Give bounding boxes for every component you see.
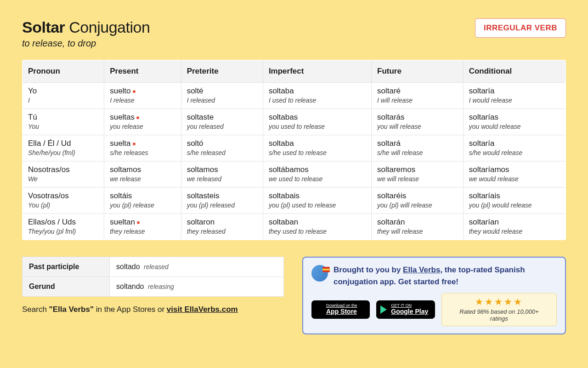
present-cell: sueltanthey release [104,214,181,240]
conjugation-main: sueltan [110,218,175,227]
conjugation-main: soltaríais [469,191,560,201]
store-big-text: App Store [326,308,364,315]
conjugation-sub: I will release [377,97,458,104]
pronoun-cell: TúYou [23,109,104,135]
conjugation-sub: they will release [377,228,458,235]
conjugation-sub: you (pl) will release [377,201,458,209]
conjugation-main: soltaba [269,139,366,148]
irregular-dot-icon [133,143,136,145]
conjugation-main: soltaría [469,139,560,148]
conjugation-main: soltaron [187,218,257,227]
preterite-cell: soltasteisyou (pl) released [181,188,263,214]
irregular-dot-icon [133,90,136,93]
conjugation-sub: You [28,123,98,130]
rating-text: Rated 98% based on 10,000+ ratings [450,308,548,322]
conjugation-sub: we released [187,175,257,183]
conjugation-main: soltaban [269,218,366,227]
conditional-cell: soltaríaisyou (pl) would release [463,188,565,214]
conjugation-sub: they used to release [269,228,366,235]
future-cell: soltaréI will release [372,83,464,109]
imperfect-cell: soltabaisyou (pl) used to release [263,188,371,214]
conditional-cell: soltaríamoswe would release [463,161,565,188]
pronoun-cell: Vosotras/osYou (pl) [23,188,104,214]
conjugation-main: sueltas [110,113,175,122]
verb-name: Soltar [22,18,65,36]
conjugation-main: Vosotras/os [28,191,98,201]
conjugation-sub: you release [110,123,175,130]
participle-main: soltado [116,263,140,270]
google-play-button[interactable]: GET IT ON Google Play [376,300,435,319]
conjugation-main: soltábamos [269,165,366,174]
imperfect-cell: soltábamoswe used to release [263,161,371,188]
conjugation-sub: They/you (pl fml) [28,228,98,235]
present-cell: sueltasyou release [104,109,181,135]
conjugation-main: soltaremos [377,165,458,174]
conjugation-main: soltamos [187,165,257,174]
conjugation-sub: you will release [377,123,458,130]
promo-top: Brought to you by Ella Verbs, the top-ra… [311,264,557,288]
column-header: Imperfect [263,60,371,83]
conjugation-sub: I used to release [269,97,366,104]
irregular-dot-icon [136,116,139,119]
conjugation-main: soltaba [269,86,366,96]
past-participle-label: Past participle [23,257,110,277]
column-header: Conditional [463,60,565,83]
conjugation-sub: you (pl) released [187,201,257,209]
conjugation-sub: We [28,175,98,183]
pronoun-cell: Ella / Él / UdShe/he/you (fml) [23,135,104,161]
search-instruction: Search "Ella Verbs" in the App Stores or… [22,305,284,314]
conjugation-main: suelta [110,139,175,148]
conjugation-sub: we release [110,175,175,183]
conjugation-sub: you released [187,123,257,130]
future-cell: soltarás/he will release [372,135,464,161]
pronoun-cell: Nosotras/osWe [23,161,104,188]
app-logo-icon [311,265,328,282]
past-participle-value: soltado released [110,257,284,277]
conjugation-main: soltaste [187,113,257,122]
search-prefix: Search [22,305,49,314]
title-suffix: Conjugation [69,18,150,36]
imperfect-cell: soltabas/he used to release [263,135,371,161]
column-header: Preterite [181,60,263,83]
conjugation-sub: s/he would release [469,149,560,156]
gerund-label: Gerund [23,277,110,297]
bottom-left: Past participle soltado released Gerund … [22,257,284,314]
conjugation-main: soltabas [269,113,366,122]
star-icons: ★★★★★ [450,296,548,307]
conjugation-main: soltaríamos [469,165,560,174]
search-app-name: "Ella Verbs" [49,305,94,314]
conjugation-sub: you (pl) release [110,201,175,209]
visit-site-link[interactable]: visit EllaVerbs.com [167,305,238,314]
imperfect-cell: soltabasyou used to release [263,109,371,135]
conjugation-sub: s/he used to release [269,149,366,156]
search-mid: in the App Stores or [94,305,167,314]
future-cell: soltaránthey will release [372,214,464,240]
conjugation-sub: She/he/you (fml) [28,149,98,156]
app-store-button[interactable]: Download on the App Store [311,300,370,319]
future-cell: soltarásyou will release [372,109,464,135]
ella-verbs-link[interactable]: Ella Verbs [403,265,440,274]
conjugation-main: Ella / Él / Ud [28,139,98,148]
conjugation-sub: You (pl) [28,201,98,209]
conjugation-sub: I [28,97,98,104]
conditional-cell: soltaríanthey would release [463,214,565,240]
conjugation-sub: s/he releases [110,149,175,156]
verb-translation: to release, to drop [22,38,150,49]
irregular-dot-icon [137,221,140,224]
conjugation-sub: you would release [469,123,560,130]
title-block: Soltar Conjugation to release, to drop [22,18,150,49]
conjugation-main: soltarán [377,218,458,227]
bottom-section: Past participle soltado released Gerund … [22,257,566,334]
table-row: Vosotras/osYou (pl)soltáisyou (pl) relea… [23,188,566,214]
preterite-cell: soltéI released [181,83,263,109]
conjugation-main: soltaré [377,86,458,96]
table-row: Gerund soltando releasing [23,277,284,297]
table-row: TúYousueltasyou releasesoltasteyou relea… [23,109,566,135]
table-row: Nosotras/osWesoltamoswe releasesoltamosw… [23,161,566,188]
irregular-badge: IRREGULAR VERB [475,18,566,38]
conjugation-sub: we used to release [269,175,366,183]
conjugation-sub: we will release [377,175,458,183]
conjugation-sub: s/he released [187,149,257,156]
participle-table: Past participle soltado released Gerund … [22,257,284,297]
column-header: Pronoun [23,60,104,83]
